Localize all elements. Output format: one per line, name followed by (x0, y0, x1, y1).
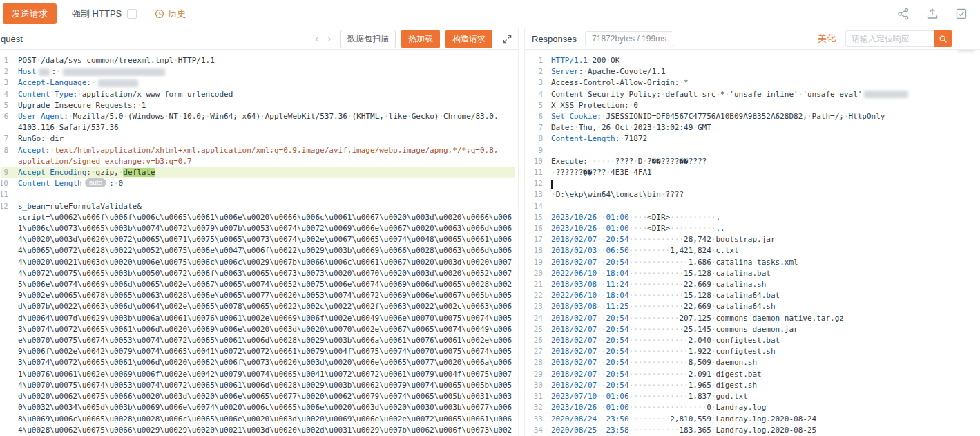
code-line: 312023/07/10··01:06·············1,837·go… (526, 391, 977, 402)
expand-icon[interactable] (502, 34, 512, 44)
report-icon[interactable] (955, 8, 968, 20)
code-text: ·· (597, 291, 606, 300)
code-text: ·· (597, 415, 606, 424)
remote-address-label: 远程地址:120.19 (893, 50, 977, 53)
send-request-button[interactable]: 发送请求 (3, 3, 57, 24)
history-button[interactable]: 历史 (155, 8, 186, 20)
code-text: 200 (593, 56, 606, 65)
code-line: 4Content-Type:·application/x-www-form-ur… (1, 89, 515, 100)
code-text: RunGo: (18, 134, 46, 143)
code-text: 2018/02/07 (551, 381, 597, 390)
code-text: ············ (629, 280, 684, 289)
code-line: 342020/08/25··23:58···········183,365·La… (526, 425, 977, 436)
beautify-button[interactable]: 美化 (818, 32, 836, 45)
export-icon[interactable] (926, 8, 939, 20)
text-cursor (551, 180, 553, 189)
code-text: 22,669 (684, 302, 711, 311)
hot-reload-button[interactable]: 热加载 (401, 30, 440, 48)
line-number: 1 (526, 55, 543, 66)
code-text: HTTP/1.1 (178, 56, 215, 65)
code-text: 2018/02/03 (551, 246, 597, 255)
request-panel-title: quest (1, 34, 23, 44)
code-text: 1 (142, 101, 146, 110)
code-text: · (347, 112, 352, 121)
panel-divider (518, 28, 525, 436)
code-text: ·· (597, 258, 606, 267)
code-text: ·· (597, 213, 606, 222)
code-text: Set-Cookie (551, 112, 597, 121)
code-text: 8,509 (689, 358, 711, 367)
code-text: c.txt (715, 246, 738, 255)
packet-scan-button[interactable]: 数据包扫描 (340, 30, 396, 48)
line-number: 10 (526, 156, 543, 167)
code-text: Safari/537.36 (59, 123, 119, 132)
code-text: JSESSIONID=DF04567C47756A10B09A98352A628… (606, 112, 807, 121)
redacted-text (39, 68, 50, 76)
code-text: 20:54 (606, 381, 628, 390)
code-text: 0 (118, 179, 123, 188)
code-text: ·· (597, 280, 606, 289)
line-number: 1 (1, 55, 8, 66)
share-icon[interactable] (897, 8, 910, 20)
code-text: · (619, 134, 624, 143)
search-input[interactable] (845, 30, 934, 47)
code-text: ······ (588, 157, 615, 166)
code-text: ············· (629, 347, 689, 356)
code-text: · (844, 112, 849, 121)
code-text: 2023/07/10 (551, 392, 597, 401)
search-icon (939, 35, 948, 44)
construct-request-button[interactable]: 构造请求 (445, 30, 492, 48)
code-line: 2Server:·Apache-Coyote/1.1 (526, 66, 977, 77)
response-editor[interactable]: 远程地址:120.19 1HTTP/1.1·200·OK2Server:·Apa… (525, 50, 980, 436)
code-text: 2023/10/26 (551, 403, 597, 412)
code-text: 1,837 (689, 392, 711, 401)
code-line: 4103.116·Safari/537.36 (1, 122, 515, 133)
line-number: 10 (1, 178, 8, 189)
code-text: 2018/02/07 (551, 358, 597, 367)
code-text: · (583, 67, 588, 76)
line-number: 26 (526, 335, 543, 346)
code-text: commons-daemon-native.tar.gz (715, 314, 843, 323)
request-editor[interactable]: 1POST·/data/sys-common/treexml.tmpl·HTTP… (0, 50, 518, 436)
code-text: ········· (629, 415, 671, 424)
code-line: 292018/02/07··20:54·············2,091·di… (526, 369, 977, 380)
code-text: 2018/03/08 (551, 280, 597, 289)
code-text: ·· (597, 224, 606, 233)
code-text: 1,421,824 (670, 246, 711, 255)
code-line: 302018/02/07··20:54·············1,965·di… (526, 380, 977, 391)
code-line: 1POST·/data/sys-common/treexml.tmpl·HTTP… (1, 55, 515, 66)
line-number (1, 212, 8, 436)
code-text: <DIR> (647, 224, 670, 233)
code-text: daemon.sh (715, 358, 757, 367)
code-text: ·· (597, 314, 606, 323)
redacted-text (63, 68, 165, 76)
code-text: 20:54 (606, 358, 628, 367)
search-button[interactable] (934, 30, 952, 47)
line-number (1, 122, 8, 133)
code-text: 2018/03/08 (551, 302, 597, 311)
code-text: ·· (597, 246, 606, 255)
line-number: 2 (1, 66, 8, 77)
code-text: · (611, 123, 615, 132)
request-panel-header: quest ‹ › 数据包扫描 热加载 构造请求 (0, 28, 518, 50)
line-number: 15 (526, 212, 543, 223)
code-text: Path=/; (812, 112, 844, 121)
code-text: POST (18, 56, 37, 65)
code-text: Host (18, 67, 37, 76)
code-line: 10Content-Lengthauto:·0 (1, 178, 515, 189)
code-text: : (64, 112, 68, 121)
force-https-checkbox[interactable] (127, 9, 137, 19)
code-text: 2018/02/07 (551, 325, 597, 334)
line-number: 9 (1, 167, 8, 178)
line-number: 6 (1, 111, 8, 122)
chevron-right-icon[interactable]: › (323, 33, 335, 44)
code-line: 8Content-Length:·71872 (526, 133, 977, 144)
code-line: 12s_bean=ruleFormulaValidate& (1, 201, 515, 212)
code-text: Content-Security-Policy: (551, 90, 661, 99)
code-text: ···· (629, 224, 648, 233)
code-text: · (384, 112, 389, 121)
code-text: GMT (698, 123, 711, 132)
code-text: 4103.116 (18, 123, 55, 132)
line-number: 5 (526, 100, 543, 111)
chevron-left-icon[interactable]: ‹ (311, 33, 323, 44)
